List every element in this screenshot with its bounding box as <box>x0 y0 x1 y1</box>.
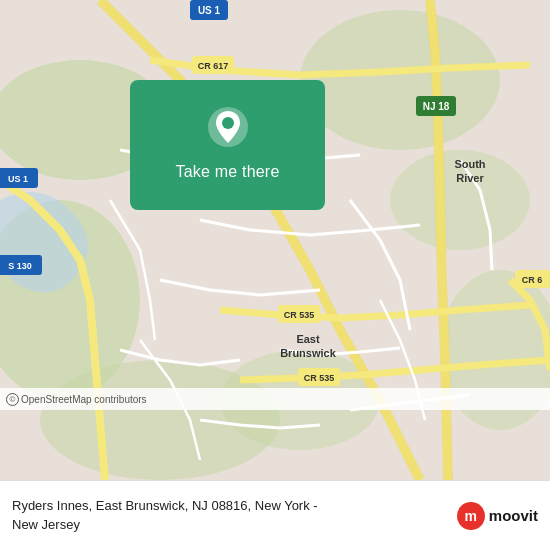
svg-text:East: East <box>296 333 320 345</box>
svg-text:S 130: S 130 <box>8 261 32 271</box>
address-text: Ryders Innes, East Brunswick, NJ 08816, … <box>12 497 449 533</box>
map-container: US 1 NJ 18 US 1 S 130 CR 617 CR 535 CR 5… <box>0 0 550 480</box>
address-line2: New Jersey <box>12 517 80 532</box>
moovit-text: moovit <box>489 507 538 524</box>
svg-text:CR 535: CR 535 <box>284 310 315 320</box>
map-attribution: © OpenStreetMap contributors <box>0 388 550 410</box>
svg-point-29 <box>222 117 234 129</box>
svg-text:River: River <box>456 172 484 184</box>
svg-text:CR 6: CR 6 <box>522 275 543 285</box>
location-pin-icon <box>206 105 250 149</box>
svg-text:CR 535: CR 535 <box>304 373 335 383</box>
svg-text:US 1: US 1 <box>8 174 28 184</box>
svg-text:US 1: US 1 <box>198 5 221 16</box>
attribution-text: OpenStreetMap contributors <box>21 394 147 405</box>
svg-text:NJ 18: NJ 18 <box>423 101 450 112</box>
info-bar: Ryders Innes, East Brunswick, NJ 08816, … <box>0 480 550 550</box>
location-card: Take me there <box>130 80 325 210</box>
svg-text:Brunswick: Brunswick <box>280 347 337 359</box>
svg-point-4 <box>300 10 500 150</box>
copyright-icon: © <box>6 393 19 406</box>
moovit-logo: m moovit <box>457 502 538 530</box>
svg-text:CR 617: CR 617 <box>198 61 229 71</box>
moovit-icon: m <box>457 502 485 530</box>
take-me-there-button[interactable]: Take me there <box>168 159 288 185</box>
address-line1: Ryders Innes, East Brunswick, NJ 08816, … <box>12 498 318 513</box>
svg-text:South: South <box>454 158 485 170</box>
